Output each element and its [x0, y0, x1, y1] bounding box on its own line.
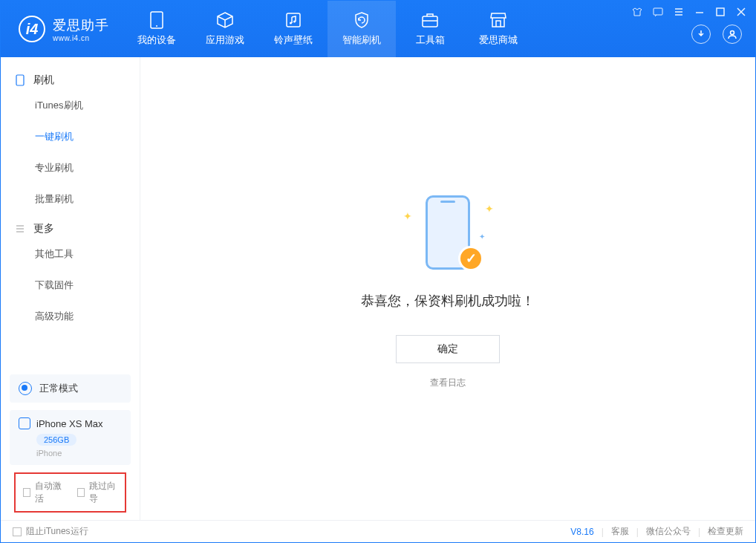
- device-type: iPhone: [36, 449, 62, 458]
- nav-store[interactable]: 爱思商城: [464, 1, 532, 57]
- app-header: i4 爱思助手 www.i4.cn 我的设备 应用游戏 铃声壁纸 智能刷机 工具…: [1, 1, 755, 57]
- nav-label: 工具箱: [416, 33, 445, 47]
- sparkle-icon: ✦: [479, 233, 486, 240]
- nav-label: 应用游戏: [206, 33, 244, 47]
- status-bar: 阻止iTunes运行 V8.16 | 客服 | 微信公众号 | 检查更新: [1, 520, 755, 542]
- checkbox-label: 自动激活: [35, 480, 63, 505]
- sidebar-item-pro-flash[interactable]: 专业刷机: [1, 152, 140, 183]
- svg-rect-9: [16, 75, 24, 85]
- checkbox-auto-activate[interactable]: 自动激活: [23, 480, 64, 505]
- phone-outline-icon: [19, 417, 30, 429]
- music-icon: [284, 11, 302, 29]
- group-label: 刷机: [33, 74, 54, 87]
- separator: |: [698, 527, 700, 537]
- main-nav: 我的设备 应用游戏 铃声壁纸 智能刷机 工具箱 爱思商城: [123, 1, 532, 57]
- menu-icon[interactable]: [674, 7, 684, 17]
- svg-rect-2: [287, 13, 300, 27]
- briefcase-icon: [421, 11, 439, 29]
- nav-toolbox[interactable]: 工具箱: [396, 1, 464, 57]
- svg-point-1: [156, 25, 157, 27]
- sidebar-item-other-tools[interactable]: 其他工具: [1, 238, 140, 270]
- sidebar-item-batch-flash[interactable]: 批量刷机: [1, 183, 140, 215]
- download-button[interactable]: [691, 25, 711, 44]
- group-label: 更多: [33, 222, 54, 235]
- checkbox-icon: [77, 488, 85, 497]
- minimize-icon[interactable]: [694, 7, 705, 17]
- device-icon: [148, 11, 166, 29]
- sparkle-icon: ✦: [485, 203, 492, 210]
- checkbox-icon: [13, 527, 22, 536]
- footer-link-support[interactable]: 客服: [611, 525, 629, 538]
- checkbox-label: 阻止iTunes运行: [26, 525, 88, 538]
- svg-rect-7: [717, 8, 724, 16]
- nav-ringtones[interactable]: 铃声壁纸: [259, 1, 328, 57]
- phone-icon: [14, 74, 26, 86]
- sidebar: 刷机 iTunes刷机 一键刷机 专业刷机 批量刷机 更多 其他工具 下载固件 …: [1, 57, 140, 520]
- version-label: V8.16: [570, 527, 593, 537]
- check-badge-icon: ✓: [458, 246, 483, 271]
- main-content: ✦ ✦ ✦ ✓ 恭喜您，保资料刷机成功啦！ 确定 查看日志: [140, 57, 755, 520]
- logo-area: i4 爱思助手 www.i4.cn: [1, 16, 123, 42]
- sidebar-item-oneclick-flash[interactable]: 一键刷机: [1, 121, 140, 152]
- sidebar-group-flash: 刷机: [1, 66, 140, 90]
- view-log-link[interactable]: 查看日志: [430, 377, 466, 389]
- maximize-icon[interactable]: [715, 7, 726, 17]
- flash-options-highlighted: 自动激活 跳过向导: [14, 472, 126, 513]
- sidebar-group-more: 更多: [1, 215, 140, 238]
- sidebar-scroll: 刷机 iTunes刷机 一键刷机 专业刷机 批量刷机 更多 其他工具 下载固件 …: [1, 57, 140, 367]
- svg-rect-6: [654, 8, 662, 15]
- svg-point-8: [731, 31, 734, 35]
- checkbox-skip-wizard[interactable]: 跳过向导: [77, 480, 118, 505]
- nav-label: 智能刷机: [342, 33, 381, 47]
- app-title: 爱思助手: [53, 16, 109, 34]
- header-right-actions: [691, 25, 742, 44]
- sidebar-bottom: 正常模式 iPhone XS Max 256GB iPhone 自动激活 跳过向…: [1, 367, 140, 520]
- app-body: 刷机 iTunes刷机 一键刷机 专业刷机 批量刷机 更多 其他工具 下载固件 …: [1, 57, 755, 520]
- checkbox-icon: [23, 488, 30, 497]
- ok-button[interactable]: 确定: [396, 335, 500, 363]
- logo-text: 爱思助手 www.i4.cn: [53, 16, 109, 42]
- sidebar-item-advanced[interactable]: 高级功能: [1, 301, 140, 332]
- checkbox-label: 跳过向导: [89, 480, 117, 505]
- footer-link-update[interactable]: 检查更新: [708, 525, 743, 538]
- nav-label: 铃声壁纸: [274, 33, 313, 47]
- svg-point-4: [293, 21, 296, 23]
- cube-icon: [216, 11, 234, 29]
- window-controls: [632, 7, 746, 17]
- nav-label: 爱思商城: [479, 33, 518, 47]
- device-mode-box[interactable]: 正常模式: [10, 374, 131, 403]
- success-illustration: ✦ ✦ ✦ ✓: [403, 188, 492, 277]
- list-icon: [14, 223, 26, 235]
- footer-link-wechat[interactable]: 微信公众号: [646, 525, 691, 538]
- app-subtitle: www.i4.cn: [53, 34, 109, 42]
- sidebar-item-itunes-flash[interactable]: iTunes刷机: [1, 90, 140, 121]
- sidebar-item-download-fw[interactable]: 下载固件: [1, 270, 140, 301]
- refresh-shield-icon: [353, 11, 371, 29]
- checkbox-block-itunes[interactable]: 阻止iTunes运行: [13, 525, 88, 538]
- close-icon[interactable]: [736, 7, 746, 17]
- feedback-icon[interactable]: [653, 7, 663, 17]
- nav-apps-games[interactable]: 应用游戏: [191, 1, 259, 57]
- sparkle-icon: ✦: [403, 210, 411, 218]
- svg-point-3: [290, 22, 292, 25]
- nav-my-device[interactable]: 我的设备: [123, 1, 191, 57]
- nav-flash[interactable]: 智能刷机: [328, 1, 396, 57]
- shirt-icon[interactable]: [632, 7, 642, 17]
- device-info-box[interactable]: iPhone XS Max 256GB iPhone: [10, 410, 131, 465]
- mode-label: 正常模式: [39, 382, 78, 395]
- success-title: 恭喜您，保资料刷机成功啦！: [361, 292, 535, 310]
- separator: |: [636, 527, 639, 537]
- separator: |: [602, 527, 604, 537]
- device-name: iPhone XS Max: [36, 418, 103, 429]
- shop-icon: [489, 11, 507, 29]
- storage-badge: 256GB: [36, 434, 76, 446]
- mode-dot-icon: [19, 382, 32, 395]
- nav-label: 我的设备: [137, 33, 176, 47]
- user-button[interactable]: [723, 25, 742, 44]
- logo-icon: i4: [19, 16, 45, 42]
- svg-rect-5: [423, 16, 437, 27]
